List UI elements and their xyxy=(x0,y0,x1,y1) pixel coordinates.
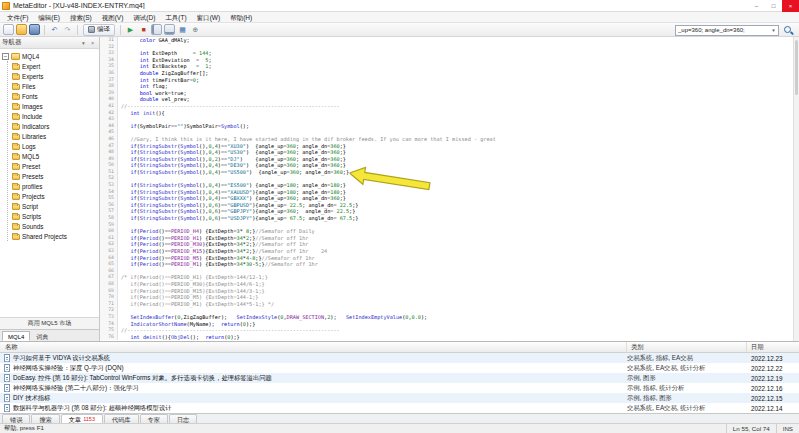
code-line[interactable]: 44 if(SymbolPair=="")SymbolPair=Symbol()… xyxy=(100,123,793,130)
menu-file[interactable]: 文件(F) xyxy=(2,12,33,23)
code-line[interactable]: 75//------------------------------------… xyxy=(100,327,793,334)
tree-item-images[interactable]: Images xyxy=(12,101,99,111)
code-line[interactable]: 65 if(Period()==PERIOD_M1) {ExtDepth=34*… xyxy=(100,261,793,268)
tree-item-indicators[interactable]: Indicators xyxy=(12,121,99,131)
tab-errors[interactable]: 错误 xyxy=(2,414,30,423)
code-line[interactable]: 60 if(Period()==PERIOD_H4) {ExtDepth=3* … xyxy=(100,228,793,235)
navigator-tab-MQL4[interactable]: MQL4 xyxy=(2,331,30,341)
compile-button[interactable]: 编译 xyxy=(83,24,115,36)
undo-icon[interactable]: ↶ xyxy=(49,24,60,35)
navigator-close-icon[interactable]: × xyxy=(88,40,97,46)
search-icon[interactable] xyxy=(782,25,793,36)
code-line[interactable]: 63 if(Period()==PERIOD_M15){ExtDepth=34*… xyxy=(100,248,793,255)
code-line[interactable]: 61 if(Period()==PERIOD_H1) {ExtDepth=34*… xyxy=(100,235,793,242)
menu-search[interactable]: 搜索(S) xyxy=(65,12,97,23)
editor-scrollbar[interactable] xyxy=(793,37,799,341)
code-line[interactable]: 66 xyxy=(100,268,793,275)
tree-item-profiles[interactable]: profiles xyxy=(12,181,99,191)
column-header-date[interactable]: 日期 xyxy=(747,342,799,352)
code-line[interactable]: 54 if(StringSubstr(Symbol(),0,4)=="XAUUS… xyxy=(100,189,793,196)
navigator-tab-词典[interactable]: 词典 xyxy=(30,331,54,341)
code-line[interactable]: 55 if(StringSubstr(Symbol(),0,4)=="GBXXX… xyxy=(100,195,793,202)
menu-debug[interactable]: 调试(D) xyxy=(128,12,160,23)
new-file-icon[interactable] xyxy=(3,24,14,35)
code-line[interactable]: 45 xyxy=(100,129,793,136)
code-line[interactable]: 76 int deinit(){ObjDel(); return(0);} xyxy=(100,334,793,341)
search-dropdown-icon[interactable]: ▾ xyxy=(769,25,778,36)
redo-icon[interactable]: ↷ xyxy=(62,24,73,35)
code-line[interactable]: 67/* if(Period()==PERIOD_H1) {ExtDepth=1… xyxy=(100,274,793,281)
navigator-toggle-icon[interactable] xyxy=(151,24,162,35)
article-row[interactable]: 数据科学与机器学习 (第 08 部分): 超额神经网络模型设计交易系统, EA交… xyxy=(0,403,799,413)
article-row[interactable]: 学习如何基于 VIDYA 设计交易系统交易系统, 指标, EA交易2022.12… xyxy=(0,353,799,363)
code-line[interactable]: 33 int ExtDepth = 144; xyxy=(100,50,793,57)
code-line[interactable]: 37 int timeFirstBar=0; xyxy=(100,77,793,84)
article-row[interactable]: 神经网络实操经验 (第二十八部分)：强化学习示例, 指标, 统计分析2022.1… xyxy=(0,383,799,393)
code-line[interactable]: 52 xyxy=(100,175,793,182)
tree-root[interactable]: −MQL4 xyxy=(2,51,99,61)
tree-item-sounds[interactable]: Sounds xyxy=(12,221,99,231)
code-line[interactable]: 57 if(StringSubstr(Symbol(),0,6)=="GBPJP… xyxy=(100,208,793,215)
code-area[interactable]: 31 color GAA_dMAly;3233 int ExtDepth = 1… xyxy=(100,37,793,341)
code-line[interactable]: 53 if(StringSubstr(Symbol(),0,4)=="ES500… xyxy=(100,182,793,189)
tree-item-shared-projects[interactable]: Shared Projects xyxy=(12,231,99,241)
article-row[interactable]: DIY 技术指标示例, 指标, 图形2022.12.15 xyxy=(0,393,799,403)
minimize-button[interactable]: – xyxy=(748,0,765,12)
tree-item-libraries[interactable]: Libraries xyxy=(12,131,99,141)
tree-item-projects[interactable]: Projects xyxy=(12,191,99,201)
code-line[interactable]: 73 SetIndexBuffer(0,ZigZagBuffer); SetIn… xyxy=(100,314,793,321)
menu-tools[interactable]: 工具(T) xyxy=(160,12,191,23)
column-header-name[interactable]: 名称 xyxy=(0,342,627,352)
market-button[interactable]: 商用 MQL5 市场 xyxy=(0,317,99,329)
debug-stop-icon[interactable]: ■ xyxy=(138,24,149,35)
code-line[interactable]: 47 if(StringSubstr(Symbol(),0,4)=="XU30"… xyxy=(100,143,793,150)
tree-item-logs[interactable]: Logs xyxy=(12,141,99,151)
code-line[interactable]: 74 IndicatorShortName(MyName); return(0)… xyxy=(100,321,793,328)
code-line[interactable]: 50 if(StringSubstr(Symbol(),0,4)=="DE30"… xyxy=(100,162,793,169)
tree-item-script[interactable]: Script xyxy=(12,201,99,211)
article-row[interactable]: DoEasy. 控件 (第 16 部分): TabControl WinForm… xyxy=(0,373,799,383)
tree-item-scripts[interactable]: Scripts xyxy=(12,211,99,221)
debug-start-icon[interactable]: ▶ xyxy=(125,24,136,35)
column-header-category[interactable]: 类别 xyxy=(627,342,747,352)
code-line[interactable]: 48 if(StringSubstr(Symbol(),0,4)=="US30"… xyxy=(100,149,793,156)
code-line[interactable]: 68 if(Period()==PERIOD_M30){ExtDepth=144… xyxy=(100,281,793,288)
tree-item-fonts[interactable]: Fonts xyxy=(12,91,99,101)
code-line[interactable]: 42 int init(){ xyxy=(100,110,793,117)
code-line[interactable]: 39 bool work=true; xyxy=(100,90,793,97)
code-line[interactable]: 59 xyxy=(100,222,793,229)
menu-window[interactable]: 窗口(W) xyxy=(192,12,225,23)
tab-search[interactable]: 搜索 xyxy=(31,414,59,423)
code-line[interactable]: 72 xyxy=(100,307,793,314)
code-line[interactable]: 71 if(Period()==PERIOD_M1) {ExtDepth=144… xyxy=(100,301,793,308)
tree-item-include[interactable]: Include xyxy=(12,111,99,121)
code-line[interactable]: 36 double ZigZagBuffer[]; xyxy=(100,70,793,77)
tab-journal[interactable]: 日志 xyxy=(169,414,197,423)
tree-item-mql5[interactable]: MQL5 xyxy=(12,151,99,161)
code-line[interactable]: 69 if(Period()==PERIOD_M15){ExtDepth=144… xyxy=(100,288,793,295)
code-line[interactable]: 38 int flag; xyxy=(100,83,793,90)
menu-help[interactable]: 帮助(H) xyxy=(225,12,257,23)
navigator-pin-icon[interactable]: ▾ xyxy=(79,40,88,46)
code-line[interactable]: 31 color GAA_dMAly; xyxy=(100,37,793,44)
code-line[interactable]: 70 if(Period()==PERIOD_M5) {ExtDepth=144… xyxy=(100,294,793,301)
code-line[interactable]: 34 int ExtDeviation = 5; xyxy=(100,57,793,64)
code-line[interactable]: 32 xyxy=(100,44,793,51)
save-file-icon[interactable] xyxy=(29,24,40,35)
open-file-icon[interactable] xyxy=(16,24,27,35)
code-line[interactable]: 35 int ExtBackstep = 1; xyxy=(100,63,793,70)
open-metatrader-icon[interactable]: ▦ xyxy=(177,24,188,35)
tree-item-presets[interactable]: Presets xyxy=(12,171,99,181)
code-line[interactable]: 43 xyxy=(100,116,793,123)
tab-code-base[interactable]: 代码库 xyxy=(104,414,139,423)
scrollbar-thumb[interactable] xyxy=(795,40,798,95)
tab-experts[interactable]: 专家 xyxy=(140,414,168,423)
options-icon[interactable]: ⊕ xyxy=(190,24,201,35)
code-line[interactable]: 49 if(StringSubstr(Symbol(),0,2)=="DJ") … xyxy=(100,156,793,163)
code-line[interactable]: 40 double vel_prev; xyxy=(100,96,793,103)
maximize-button[interactable]: □ xyxy=(765,0,782,12)
code-line[interactable]: 58 if(StringSubstr(Symbol(),0,6)=="USDJP… xyxy=(100,215,793,222)
tree-item-preset[interactable]: Preset xyxy=(12,161,99,171)
tab-articles[interactable]: 文章1153 xyxy=(61,414,103,423)
code-line[interactable]: 64 if(Period()==PERIOD_M5) {ExtDepth=34*… xyxy=(100,255,793,262)
